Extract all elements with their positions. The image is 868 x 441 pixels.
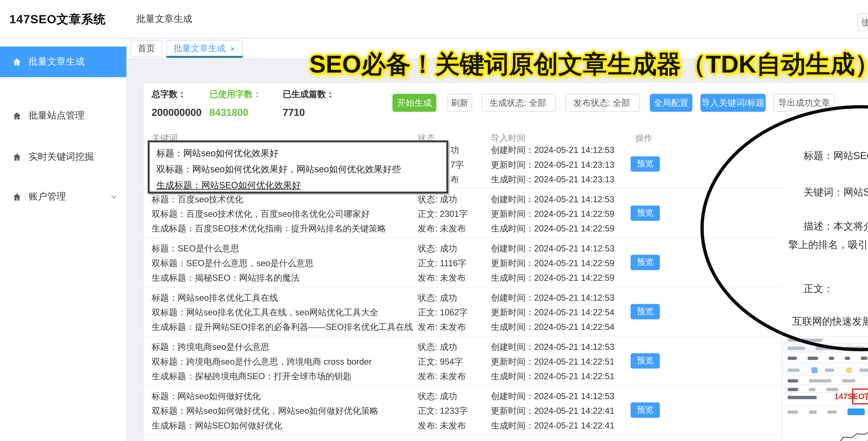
chevron-down-icon bbox=[111, 194, 117, 200]
stat-label: 总字数： bbox=[152, 89, 202, 100]
sidebar-item-account[interactable]: 账户管理 bbox=[0, 182, 126, 212]
row-line: 更新时间：2024-05-21 14:22:41 bbox=[491, 404, 634, 418]
tutorial-button[interactable]: 使用教程 bbox=[858, 13, 868, 31]
mini-chart-left bbox=[782, 406, 868, 441]
sidebar-item-batch-site[interactable]: 批量站点管理 bbox=[0, 101, 126, 130]
tab-home[interactable]: 首页 bbox=[130, 40, 162, 57]
sidebar-item-label: 批量站点管理 bbox=[29, 110, 85, 122]
tab-active-underline bbox=[166, 56, 243, 58]
preview-button[interactable]: 预览 bbox=[630, 255, 660, 270]
table-row: 标题：网站seo如何做好优化双标题：网站seo如何做好优化，网站seo如何做好优… bbox=[144, 386, 782, 435]
row-line: 正文: 954字 bbox=[418, 354, 491, 369]
home-icon bbox=[12, 111, 22, 121]
row-line: 生成时间：2024-05-21 14:22:51 bbox=[491, 369, 634, 384]
row-line: 更新时间：2024-05-21 14:22:51 bbox=[491, 354, 634, 369]
row-line: 创建时间：2024-05-21 14:12:53 bbox=[491, 291, 634, 305]
row-line: 状态: 成功 bbox=[418, 192, 491, 207]
stat-value: 7710 bbox=[283, 106, 335, 118]
cell-keyword: 标题：网站seo排名优化工具在线双标题：网站seo排名优化工具在线，seo网站优… bbox=[152, 291, 414, 335]
tab-current-label: 批量文章生成 bbox=[174, 42, 225, 55]
row-line: 正文: 1062字 bbox=[418, 306, 491, 320]
cell-status: 状态: 成功正文: 1116字发布: 未发布 bbox=[418, 242, 491, 285]
home-icon bbox=[12, 152, 22, 162]
preview-button[interactable]: 预览 bbox=[630, 304, 660, 319]
cell-time: 创建时间：2024-05-21 14:12:53更新时间：2024-05-21 … bbox=[491, 389, 634, 433]
row-line: 双标题：网站seo如何做好优化，网站seo如何做好优化策略 bbox=[152, 404, 414, 418]
row-line: 发布: 未发布 bbox=[418, 271, 491, 285]
row-line: 正文: 2301字 bbox=[418, 207, 491, 222]
app-header: 147SEO文章系统 批量文章生成 使用教程 联系客服 65e4811dfb64… bbox=[0, 0, 868, 38]
tab-home-label: 首页 bbox=[138, 42, 155, 55]
generate-status-filter[interactable]: 生成状态: 全部 bbox=[482, 94, 556, 112]
cell-keyword: 标题：百度seo技术优化双标题：百度seo技术优化，百度seo排名优化公司哪家好… bbox=[152, 192, 414, 236]
row-line: 生成标题：提升网站SEO排名的必备利器——SEO排名优化工具在线 bbox=[152, 320, 414, 335]
page-title: SEO必备！关键词原创文章生成器（TDK自动生成） bbox=[309, 48, 868, 81]
row-line: 更新时间：2024-05-21 14:23:13 bbox=[491, 158, 634, 172]
close-icon[interactable]: × bbox=[230, 43, 235, 54]
cell-status: 状态: 成功正文: 2301字发布: 未发布 bbox=[418, 192, 491, 236]
stat-total-words: 总字数： 200000000 bbox=[152, 89, 202, 118]
sidebar-item-label: 批量文章生成 bbox=[29, 56, 85, 68]
cell-keyword: 标题：跨境电商seo是什么意思双标题：跨境电商seo是什么意思，跨境电商 cro… bbox=[152, 340, 414, 384]
refresh-button[interactable]: 刷新 bbox=[447, 94, 472, 112]
table-row: 标题：跨境电商seo是什么意思双标题：跨境电商seo是什么意思，跨境电商 cro… bbox=[144, 337, 782, 386]
placeholder-icon-row bbox=[782, 363, 868, 376]
tab-batch-article[interactable]: 批量文章生成 × bbox=[166, 40, 243, 57]
row-line: 双标题：跨境电商seo是什么意思，跨境电商 cross border bbox=[152, 354, 414, 369]
app-logo: 147SEO文章系统 bbox=[9, 11, 106, 27]
row-line: 状态: 成功 bbox=[418, 242, 491, 256]
row-line: 生成时间：2024-05-21 14:22:41 bbox=[491, 418, 634, 433]
cell-keyword: 标题：SEO是什么意思双标题：SEO是什么意思，seo是什么意思生成标题：揭秘S… bbox=[152, 242, 414, 285]
row-line: 双标题：SEO是什么意思，seo是什么意思 bbox=[152, 256, 414, 271]
stat-generated-count: 已生成篇数： 7710 bbox=[283, 89, 335, 118]
row-line: 生成时间：2024-05-21 14:22:54 bbox=[491, 320, 634, 335]
placeholder-value-row bbox=[782, 353, 868, 363]
breadcrumb: 批量文章生成 bbox=[136, 13, 192, 25]
preview-button[interactable]: 预览 bbox=[630, 206, 660, 221]
cell-time: 创建时间：2024-05-21 14:12:53更新时间：2024-05-21 … bbox=[491, 242, 634, 285]
sidebar-item-keyword-mining[interactable]: 实时关键词挖掘 bbox=[0, 143, 126, 172]
cell-time: 创建时间：2024-05-21 14:12:53更新时间：2024-05-21 … bbox=[491, 291, 634, 335]
row-line: 创建时间：2024-05-21 14:12:53 bbox=[491, 389, 634, 404]
cell-action: 预览 bbox=[630, 353, 660, 369]
row-line: 创建时间：2024-05-21 14:12:53 bbox=[491, 340, 634, 354]
preview-button[interactable]: 预览 bbox=[630, 403, 660, 418]
row-line: 生成标题：揭秘SEO：网站排名的魔法 bbox=[152, 271, 414, 285]
home-icon bbox=[12, 192, 22, 202]
row-line: 更新时间：2024-05-21 14:22:59 bbox=[491, 207, 634, 222]
stat-label: 已使用字数： bbox=[210, 89, 261, 100]
stat-label: 已生成篇数： bbox=[283, 89, 335, 100]
stat-value: 8431800 bbox=[210, 106, 261, 118]
cell-action: 预览 bbox=[630, 255, 660, 270]
row-line: 标题：百度seo技术优化 bbox=[152, 192, 414, 207]
badge-icon bbox=[846, 367, 852, 373]
mini-button[interactable] bbox=[847, 409, 865, 415]
row-line: 生成时间：2024-05-21 14:22:59 bbox=[491, 271, 634, 285]
row-line: 状态: 成功 bbox=[418, 389, 491, 404]
publish-status-filter[interactable]: 发布状态: 全部 bbox=[565, 94, 640, 112]
keyword-tooltip: 标题：网站seo如何优化效果好 双标题：网站seo如何优化效果好，网站seo如何… bbox=[148, 140, 448, 194]
row-line: 创建时间：2024-05-21 14:12:53 bbox=[491, 192, 634, 207]
row-line: 生成标题：百度SEO技术优化指南：提升网站排名的关键策略 bbox=[152, 222, 414, 236]
global-config-button[interactable]: 全局配置 bbox=[650, 94, 692, 112]
row-line: 创建时间：2024-05-21 14:12:53 bbox=[491, 242, 634, 256]
table-row: 标题：SEO是什么意思双标题：SEO是什么意思，seo是什么意思生成标题：揭秘S… bbox=[144, 238, 782, 287]
tooltip-generated-title: 生成标题：网站SEO如何优化效果好 bbox=[156, 178, 439, 194]
row-line: 生成标题：网站SEO如何做好优化 bbox=[152, 418, 414, 433]
preview-button[interactable]: 预览 bbox=[630, 353, 660, 369]
cell-action: 预览 bbox=[630, 206, 660, 221]
app-root: 147SEO文章系统 批量文章生成 使用教程 联系客服 65e4811dfb64… bbox=[0, 0, 868, 441]
import-keywords-button[interactable]: 导入关键词/标题 bbox=[701, 94, 766, 112]
sidebar-item-label: 账户管理 bbox=[29, 191, 66, 203]
preview-button[interactable]: 预览 bbox=[630, 156, 660, 171]
sidebar-item-batch-article[interactable]: 批量文章生成 bbox=[0, 46, 126, 77]
cell-action: 预览 bbox=[630, 304, 660, 319]
row-line: 生成时间：2024-05-21 14:23:13 bbox=[491, 172, 634, 187]
tooltip-double-title: 双标题：网站seo如何优化效果好，网站seo如何优化效果好些 bbox=[156, 162, 439, 178]
row-line: 状态: 成功 bbox=[418, 340, 491, 354]
row-line: 双标题：百度seo技术优化，百度seo排名优化公司哪家好 bbox=[152, 207, 414, 222]
start-generate-button[interactable]: 开始生成 bbox=[393, 94, 436, 112]
content-panel: 总字数： 200000000 已使用字数： 8431800 已生成篇数： 771… bbox=[144, 83, 868, 441]
row-line: 更新时间：2024-05-21 14:22:59 bbox=[491, 256, 634, 271]
cell-action: 预览 bbox=[630, 156, 660, 171]
